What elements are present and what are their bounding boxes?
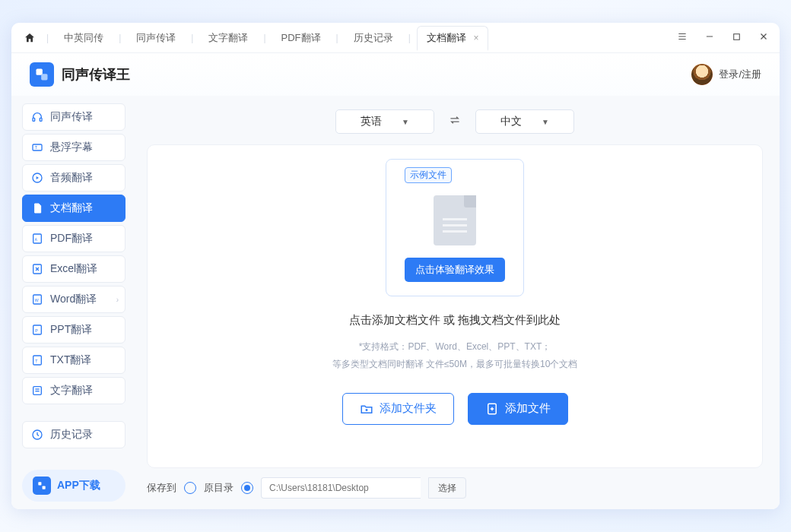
sidebar-item-label: Word翻译 (50, 293, 97, 306)
drop-subtext: *支持格式：PDF、Word、Excel、PPT、TXT； 等多类型文档同时翻译… (332, 338, 578, 373)
add-file-label: 添加文件 (505, 401, 551, 416)
svg-rect-9 (33, 118, 35, 121)
tab-close-icon[interactable]: × (473, 33, 478, 43)
app-download-button[interactable]: APP下载 (22, 470, 125, 502)
sidebar-item-txt[interactable]: T TXT翻译 (22, 347, 125, 374)
svg-rect-29 (38, 482, 41, 485)
sidebar-item-label: 同声传译 (50, 110, 93, 124)
app-title: 同声传译王 (62, 65, 691, 84)
titlebar-tabs: | 中英同传 | 同声传译 | 文字翻译 | PDF翻译 | 历史记录 | 文档… (19, 25, 674, 50)
tab-pdf[interactable]: PDF翻译 (272, 27, 330, 49)
choose-path-button[interactable]: 选择 (428, 477, 466, 499)
close-icon (758, 31, 769, 42)
svg-rect-30 (43, 486, 46, 489)
app-logo (30, 62, 54, 87)
sidebar-item-label: 文档翻译 (50, 201, 93, 215)
sidebar-item-texttrans[interactable]: 文字翻译 (22, 377, 125, 404)
add-file-button[interactable]: 添加文件 (468, 393, 568, 425)
tab-simul[interactable]: 同声传译 (127, 27, 185, 49)
app-window: | 中英同传 | 同声传译 | 文字翻译 | PDF翻译 | 历史记录 | 文档… (11, 23, 780, 509)
sidebar-item-pdf[interactable]: A PDF翻译 (22, 225, 125, 252)
save-to-label: 保存到 (147, 481, 176, 495)
save-to-original-radio[interactable] (241, 482, 253, 494)
svg-rect-7 (37, 69, 43, 75)
sidebar-item-ppt[interactable]: P PPT翻译 (22, 316, 125, 344)
svg-text:P: P (35, 328, 38, 333)
tab-cnen[interactable]: 中英同传 (55, 27, 113, 49)
svg-rect-8 (41, 74, 47, 80)
menu-button[interactable] (674, 30, 691, 46)
save-path-input[interactable] (261, 477, 421, 499)
action-row: 添加文件夹 添加文件 (342, 393, 568, 425)
svg-text:T: T (35, 145, 38, 150)
close-button[interactable] (755, 30, 772, 46)
try-sample-button[interactable]: 点击体验翻译效果 (405, 258, 505, 282)
sidebar-item-label: Excel翻译 (50, 262, 97, 276)
headphones-icon (30, 110, 44, 124)
sidebar-item-doc[interactable]: 文档翻译 (22, 195, 125, 222)
pdf-icon: A (30, 232, 44, 245)
sidebar-item-label: TXT翻译 (50, 353, 91, 367)
excel-icon (30, 262, 44, 276)
sidebar: 同声传译 T 悬浮字幕 音频翻译 文档翻译 A PDF翻译 Excel翻译 (11, 96, 133, 509)
clock-icon (30, 428, 44, 442)
save-to-custom-radio[interactable] (184, 482, 196, 494)
sidebar-item-label: 悬浮字幕 (50, 141, 93, 154)
tab-doc-label: 文档翻译 (427, 32, 466, 43)
maximize-icon (732, 32, 742, 42)
svg-rect-4 (734, 33, 740, 40)
txt-icon: T (30, 353, 44, 367)
body: 同声传译 T 悬浮字幕 音频翻译 文档翻译 A PDF翻译 Excel翻译 (11, 96, 780, 509)
swap-icon (448, 115, 462, 125)
sample-tag: 示例文件 (405, 167, 452, 183)
svg-rect-11 (33, 144, 42, 150)
home-tab[interactable] (19, 27, 40, 49)
tab-sep: | (46, 33, 49, 43)
minimize-icon (704, 31, 715, 42)
login-link[interactable]: 登录/注册 (719, 68, 761, 81)
word-icon: W (30, 293, 44, 306)
svg-text:W: W (35, 298, 40, 302)
caption-icon: T (30, 141, 44, 154)
window-controls (674, 30, 772, 46)
drop-title: 点击添加文档文件 或 拖拽文档文件到此处 (349, 313, 561, 328)
doc-icon (30, 201, 44, 215)
sidebar-item-label: 历史记录 (50, 428, 93, 442)
folder-plus-icon (360, 402, 373, 416)
sidebar-item-label: PDF翻译 (50, 232, 93, 245)
sidebar-item-simul[interactable]: 同声传译 (22, 103, 125, 131)
minimize-button[interactable] (701, 30, 718, 46)
sidebar-item-caption[interactable]: T 悬浮字幕 (22, 134, 125, 161)
tab-text[interactable]: 文字翻译 (199, 27, 257, 49)
chevron-right-icon: › (116, 296, 119, 304)
ppt-icon: P (30, 323, 44, 337)
sidebar-item-audio[interactable]: 音频翻译 (22, 164, 125, 192)
home-icon (24, 32, 36, 44)
sidebar-item-label: 文字翻译 (50, 384, 93, 397)
caret-down-icon: ▼ (402, 118, 409, 126)
header: 同声传译王 登录/注册 (11, 53, 780, 96)
source-language-select[interactable]: 英语 ▼ (335, 109, 434, 134)
target-language-select[interactable]: 中文 ▼ (475, 109, 574, 134)
drop-zone[interactable]: 示例文件 点击体验翻译效果 点击添加文档文件 或 拖拽文档文件到此处 *支持格式… (147, 144, 763, 468)
main-panel: 英语 ▼ 中文 ▼ 示例文件 点击体验翻译效果 点击添加文档文件 或 拖拽文档文… (133, 96, 780, 509)
audio-icon (30, 171, 44, 185)
sidebar-item-excel[interactable]: Excel翻译 (22, 255, 125, 283)
source-language-label: 英语 (361, 115, 382, 128)
file-plus-icon (485, 402, 499, 416)
sidebar-item-word[interactable]: W Word翻译 › (22, 286, 125, 313)
add-folder-label: 添加文件夹 (380, 401, 437, 416)
menu-icon (677, 31, 688, 42)
sidebar-item-history[interactable]: 历史记录 (22, 421, 125, 448)
caret-down-icon: ▼ (542, 118, 549, 126)
avatar[interactable] (691, 64, 713, 85)
sidebar-item-label: 音频翻译 (50, 171, 93, 185)
maximize-button[interactable] (729, 30, 745, 46)
app-download-label: APP下载 (57, 479, 100, 492)
swap-languages-button[interactable] (448, 115, 462, 128)
sidebar-item-label: PPT翻译 (50, 323, 92, 337)
tab-history[interactable]: 历史记录 (345, 27, 402, 49)
document-icon (434, 195, 476, 245)
tab-doc[interactable]: 文档翻译 × (417, 26, 489, 51)
add-folder-button[interactable]: 添加文件夹 (342, 393, 454, 425)
